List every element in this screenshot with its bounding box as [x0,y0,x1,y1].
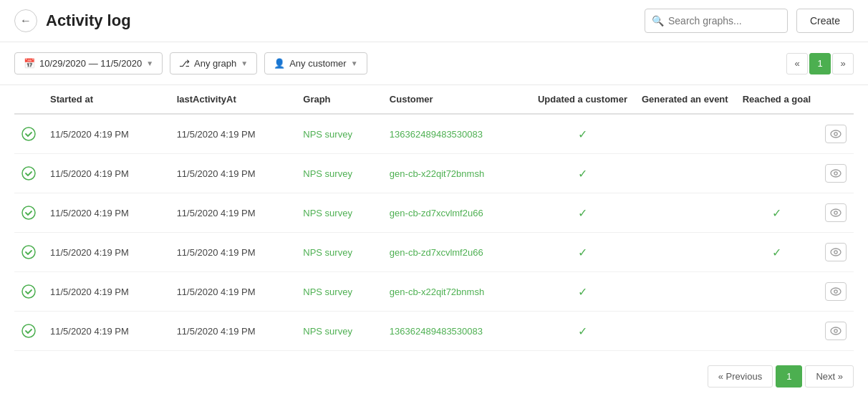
row-last-activity-at: 11/5/2020 4:19 PM [170,193,296,233]
updated-customer-check: ✓ [538,285,627,299]
row-graph[interactable]: NPS survey [296,114,382,154]
search-input[interactable] [645,9,788,33]
row-generated-event [635,312,736,351]
graph-link[interactable]: NPS survey [303,208,352,218]
row-reached-goal: ✓ [736,233,818,272]
svg-point-10 [831,249,841,256]
row-customer[interactable]: gen-cb-zd7xcvlmf2u66 [382,233,531,272]
svg-point-3 [22,167,35,180]
col-graph: Graph [296,85,382,114]
graph-link[interactable]: NPS survey [303,326,352,337]
row-actions[interactable] [818,193,854,233]
svg-point-8 [834,211,837,214]
page-1-top[interactable]: 1 [809,53,831,74]
customer-link[interactable]: gen-cb-zd7xcvlmf2u66 [390,247,483,258]
next-page-button[interactable]: Next » [805,365,854,387]
table-row: 11/5/2020 4:19 PM11/5/2020 4:19 PMNPS su… [14,272,854,312]
status-check-icon [21,127,36,141]
view-row-button[interactable] [825,282,847,301]
graph-link[interactable]: NPS survey [303,247,352,258]
view-row-button[interactable] [825,125,847,143]
row-reached-goal [736,154,818,193]
row-customer[interactable]: gen-cb-x22qit72bnmsh [382,272,531,312]
date-range-filter[interactable]: 📅 10/29/2020 — 11/5/2020 ▼ [14,52,163,74]
row-actions[interactable] [818,233,854,272]
previous-page-button[interactable]: « Previous [708,365,773,387]
graph-filter[interactable]: ⎇ Any graph ▼ [170,52,257,74]
svg-point-4 [831,170,841,177]
row-reached-goal [736,312,818,351]
date-range-label: 10/29/2020 — 11/5/2020 [39,58,142,69]
table-row: 11/5/2020 4:19 PM11/5/2020 4:19 PMNPS su… [14,233,854,272]
back-button[interactable]: ← [14,9,37,32]
create-button[interactable]: Create [796,9,854,33]
svg-point-13 [831,288,841,295]
graph-link[interactable]: NPS survey [303,129,352,140]
customer-filter[interactable]: 👤 Any customer ▼ [264,52,367,74]
customer-link[interactable]: gen-cb-x22qit72bnmsh [390,168,484,179]
row-graph[interactable]: NPS survey [296,154,382,193]
svg-point-15 [22,324,35,337]
svg-point-16 [831,327,841,334]
view-row-button[interactable] [825,322,847,340]
row-graph[interactable]: NPS survey [296,312,382,351]
row-customer[interactable]: 136362489483530083 [382,114,531,154]
row-status [14,272,43,312]
status-check-icon [21,284,36,299]
graph-link[interactable]: NPS survey [303,168,352,179]
row-started-at: 11/5/2020 4:19 PM [43,154,170,193]
customer-link[interactable]: gen-cb-x22qit72bnmsh [390,287,484,297]
row-customer[interactable]: gen-cb-zd7xcvlmf2u66 [382,193,531,233]
row-graph[interactable]: NPS survey [296,233,382,272]
col-updated-customer: Updated a customer [531,85,635,114]
row-status [14,154,43,193]
row-generated-event [635,154,736,193]
svg-point-12 [22,285,35,298]
chevron-down-icon-graph: ▼ [241,59,248,67]
graph-link[interactable]: NPS survey [303,287,352,297]
search-icon: 🔍 [652,15,664,27]
row-actions[interactable] [818,272,854,312]
row-last-activity-at: 11/5/2020 4:19 PM [170,233,296,272]
col-reached-goal: Reached a goal [736,85,818,114]
row-last-activity-at: 11/5/2020 4:19 PM [170,312,296,351]
row-updated-customer: ✓ [531,193,635,233]
svg-point-2 [834,133,837,135]
customer-filter-label: Any customer [289,58,346,69]
row-updated-customer: ✓ [531,114,635,154]
row-customer[interactable]: 136362489483530083 [382,312,531,351]
customer-link[interactable]: 136362489483530083 [390,326,483,337]
view-row-button[interactable] [825,164,847,183]
view-row-button[interactable] [825,243,847,261]
row-started-at: 11/5/2020 4:19 PM [43,193,170,233]
status-check-icon [21,206,36,220]
row-graph[interactable]: NPS survey [296,193,382,233]
row-customer[interactable]: gen-cb-x22qit72bnmsh [382,154,531,193]
row-graph[interactable]: NPS survey [296,272,382,312]
graph-filter-label: Any graph [194,58,236,69]
svg-point-0 [22,127,35,140]
page-title: Activity log [46,11,636,30]
customer-link[interactable]: gen-cb-zd7xcvlmf2u66 [390,208,483,218]
status-check-icon [21,166,36,180]
pagination-bottom: « Previous 1 Next » [0,351,868,402]
col-started-at: Started at [43,85,170,114]
row-actions[interactable] [818,312,854,351]
updated-customer-check: ✓ [538,324,627,338]
page-prev-top[interactable]: « [786,53,808,74]
row-status [14,312,43,351]
row-last-activity-at: 11/5/2020 4:19 PM [170,114,296,154]
view-row-button[interactable] [825,203,847,222]
svg-point-7 [831,209,841,216]
graph-filter-icon: ⎇ [179,58,190,69]
customer-link[interactable]: 136362489483530083 [390,129,483,140]
current-page-button[interactable]: 1 [776,365,802,387]
table-row: 11/5/2020 4:19 PM11/5/2020 4:19 PMNPS su… [14,312,854,351]
row-actions[interactable] [818,154,854,193]
row-actions[interactable] [818,114,854,154]
reached-goal-check: ✓ [743,206,811,220]
filters-bar: 📅 10/29/2020 — 11/5/2020 ▼ ⎇ Any graph ▼… [0,42,868,85]
calendar-icon: 📅 [24,58,35,69]
page-next-top[interactable]: » [832,53,854,74]
updated-customer-check: ✓ [538,246,627,259]
